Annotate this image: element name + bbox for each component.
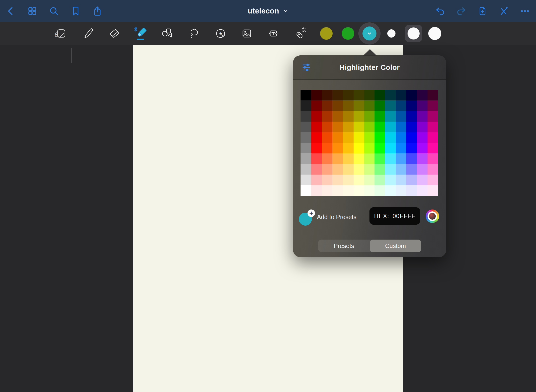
color-cell[interactable]: [375, 90, 385, 100]
color-cell[interactable]: [301, 164, 311, 175]
tool-image[interactable]: [240, 26, 254, 41]
color-preset-green[interactable]: [342, 27, 354, 40]
color-cell[interactable]: [332, 111, 343, 122]
color-cell[interactable]: [354, 164, 364, 175]
color-cell[interactable]: [396, 143, 406, 153]
color-cell[interactable]: [396, 90, 406, 100]
color-cell[interactable]: [301, 111, 311, 122]
color-cell[interactable]: [332, 90, 343, 100]
color-cell[interactable]: [343, 143, 354, 153]
color-cell[interactable]: [396, 185, 406, 196]
color-cell[interactable]: [343, 111, 354, 122]
color-preset-olive[interactable]: [320, 27, 333, 40]
tool-lasso[interactable]: [187, 26, 201, 41]
color-cell[interactable]: [375, 175, 385, 185]
thickness-small[interactable]: [387, 29, 395, 38]
tool-highlighter[interactable]: [134, 26, 148, 41]
color-cell[interactable]: [311, 143, 322, 153]
color-cell[interactable]: [354, 153, 364, 164]
color-cell[interactable]: [364, 164, 375, 175]
color-cell[interactable]: [364, 122, 375, 132]
color-cell[interactable]: [332, 132, 343, 143]
color-cell[interactable]: [343, 153, 354, 164]
color-cell[interactable]: [428, 100, 438, 111]
document-title[interactable]: utelecon: [248, 7, 279, 15]
stop-editing-button[interactable]: [498, 5, 509, 17]
search-button[interactable]: [48, 5, 60, 17]
color-cell[interactable]: [428, 132, 438, 143]
color-cell[interactable]: [406, 132, 417, 143]
bookmark-button[interactable]: [70, 5, 81, 17]
color-cell[interactable]: [311, 153, 322, 164]
color-cell[interactable]: [364, 175, 375, 185]
color-cell[interactable]: [343, 90, 354, 100]
redo-button[interactable]: [456, 5, 467, 17]
color-cell[interactable]: [301, 122, 311, 132]
color-cell[interactable]: [375, 185, 385, 196]
color-cell[interactable]: [406, 175, 417, 185]
color-cell[interactable]: [354, 122, 364, 132]
color-cell[interactable]: [375, 111, 385, 122]
color-cell[interactable]: [332, 122, 343, 132]
add-to-presets-label[interactable]: Add to Presets: [317, 209, 356, 224]
tool-view-mode[interactable]: a: [54, 26, 68, 41]
color-cell[interactable]: [428, 122, 438, 132]
color-cell[interactable]: [354, 111, 364, 122]
color-cell[interactable]: [364, 100, 375, 111]
color-cell[interactable]: [364, 153, 375, 164]
tab-custom[interactable]: Custom: [370, 240, 421, 252]
color-cell[interactable]: [343, 175, 354, 185]
color-cell[interactable]: [375, 132, 385, 143]
color-cell[interactable]: [311, 164, 322, 175]
color-cell[interactable]: [428, 175, 438, 185]
color-cell[interactable]: [301, 90, 311, 100]
color-cell[interactable]: [311, 100, 322, 111]
thickness-large[interactable]: [428, 27, 441, 40]
back-button[interactable]: [5, 5, 16, 17]
color-cell[interactable]: [385, 132, 396, 143]
color-cell[interactable]: [417, 175, 428, 185]
tool-text[interactable]: [266, 26, 281, 41]
color-cell[interactable]: [375, 164, 385, 175]
color-cell[interactable]: [406, 185, 417, 196]
undo-button[interactable]: [434, 5, 446, 17]
color-cell[interactable]: [417, 122, 428, 132]
color-cell[interactable]: [406, 164, 417, 175]
thickness-settings-button[interactable]: [301, 62, 312, 73]
color-cell[interactable]: [385, 90, 396, 100]
color-cell[interactable]: [301, 153, 311, 164]
color-cell[interactable]: [396, 111, 406, 122]
color-cell[interactable]: [385, 100, 396, 111]
color-cell[interactable]: [322, 132, 332, 143]
color-cell[interactable]: [396, 175, 406, 185]
color-cell[interactable]: [385, 122, 396, 132]
color-cell[interactable]: [417, 90, 428, 100]
thickness-medium-selected[interactable]: [405, 25, 422, 42]
color-cell[interactable]: [417, 153, 428, 164]
color-cell[interactable]: [406, 90, 417, 100]
color-cell[interactable]: [364, 132, 375, 143]
color-cell[interactable]: [322, 153, 332, 164]
tool-shapes[interactable]: [160, 26, 175, 41]
color-cell[interactable]: [332, 153, 343, 164]
color-cell[interactable]: [322, 90, 332, 100]
color-cell[interactable]: [301, 175, 311, 185]
color-cell[interactable]: [385, 111, 396, 122]
color-cell[interactable]: [428, 153, 438, 164]
color-cell[interactable]: [354, 90, 364, 100]
color-cell[interactable]: [385, 185, 396, 196]
color-cell[interactable]: [396, 100, 406, 111]
color-cell[interactable]: [322, 164, 332, 175]
color-cell[interactable]: [322, 122, 332, 132]
color-cell[interactable]: [322, 143, 332, 153]
color-cell[interactable]: [396, 153, 406, 164]
color-cell[interactable]: [322, 111, 332, 122]
color-cell[interactable]: [332, 143, 343, 153]
color-cell[interactable]: [364, 90, 375, 100]
color-cell[interactable]: [354, 132, 364, 143]
color-cell[interactable]: [417, 100, 428, 111]
color-cell[interactable]: [343, 185, 354, 196]
more-options-button[interactable]: [519, 5, 531, 17]
color-cell[interactable]: [428, 185, 438, 196]
color-cell[interactable]: [311, 175, 322, 185]
